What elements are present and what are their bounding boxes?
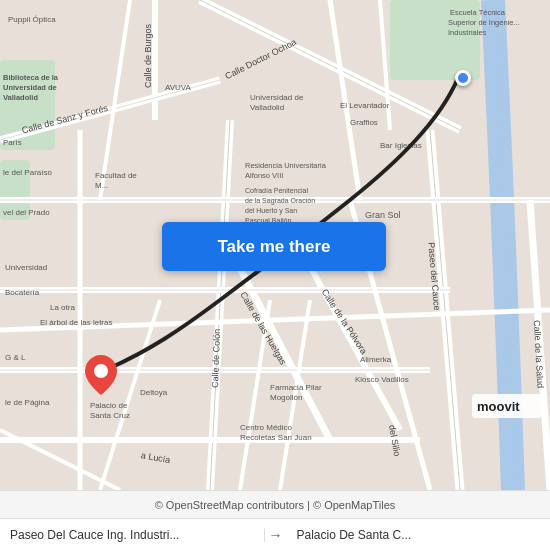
svg-text:Alimerka: Alimerka: [360, 355, 392, 364]
svg-text:Valladolid: Valladolid: [250, 103, 284, 112]
origin-location: Paseo Del Cauce Ing. Industri...: [0, 528, 265, 542]
svg-text:Facultad de: Facultad de: [95, 171, 137, 180]
svg-text:París: París: [3, 138, 22, 147]
svg-text:Universidad: Universidad: [5, 263, 47, 272]
svg-text:Cofradía Penitencial: Cofradía Penitencial: [245, 187, 308, 194]
svg-text:Universidad de: Universidad de: [3, 83, 57, 92]
svg-text:moovit: moovit: [477, 399, 520, 414]
origin-marker: [455, 70, 471, 86]
svg-text:Santa Cruz: Santa Cruz: [90, 411, 130, 420]
svg-text:Calle de Colón: Calle de Colón: [210, 329, 222, 388]
svg-text:Industriales: Industriales: [448, 28, 487, 37]
svg-text:Farmacia Pilar: Farmacia Pilar: [270, 383, 322, 392]
svg-text:Recoletas San Juan: Recoletas San Juan: [240, 433, 312, 442]
svg-text:Universidad de: Universidad de: [250, 93, 304, 102]
svg-text:Deltoya: Deltoya: [140, 388, 168, 397]
svg-point-84: [94, 364, 108, 378]
direction-arrow: →: [265, 527, 287, 543]
svg-text:Palacio de: Palacio de: [90, 401, 128, 410]
svg-text:Graffios: Graffios: [350, 118, 378, 127]
svg-text:Gran Sol: Gran Sol: [365, 210, 401, 220]
attribution-bar: © OpenStreetMap contributors | © OpenMap…: [0, 490, 550, 518]
svg-text:Escuela Técnica: Escuela Técnica: [450, 8, 506, 17]
bottom-bar: Paseo Del Cauce Ing. Industri... → Palac…: [0, 518, 550, 550]
origin-text: Paseo Del Cauce Ing. Industri...: [10, 528, 179, 542]
svg-text:le del Paraíso: le del Paraíso: [3, 168, 52, 177]
svg-text:Centro Médico: Centro Médico: [240, 423, 293, 432]
svg-text:La otra: La otra: [50, 303, 75, 312]
svg-text:del Huerto y San: del Huerto y San: [245, 207, 297, 215]
svg-text:Puppil Óptica: Puppil Óptica: [8, 15, 56, 24]
map-container: Calle Doctor Ochoa Calle de Burgos Calle…: [0, 0, 550, 490]
svg-text:Bocatería: Bocatería: [5, 288, 40, 297]
moovit-logo: moovit: [472, 394, 542, 422]
svg-text:Bar Iglesias: Bar Iglesias: [380, 141, 422, 150]
destination-marker: [85, 355, 117, 399]
svg-text:Calle de Burgos: Calle de Burgos: [143, 23, 153, 88]
svg-text:Biblioteca de la: Biblioteca de la: [3, 73, 59, 82]
svg-text:Superior de Ingenie...: Superior de Ingenie...: [448, 18, 520, 27]
svg-text:vel del Prado: vel del Prado: [3, 208, 50, 217]
svg-text:AVUVA: AVUVA: [165, 83, 192, 92]
svg-text:Mogollón: Mogollón: [270, 393, 302, 402]
svg-text:de la Sagrada Oración: de la Sagrada Oración: [245, 197, 315, 205]
svg-text:El Levantador: El Levantador: [340, 101, 390, 110]
svg-text:Valladolid: Valladolid: [3, 93, 38, 102]
svg-text:El árbol de las letras: El árbol de las letras: [40, 318, 112, 327]
take-me-there-button[interactable]: Take me there: [162, 222, 386, 271]
svg-text:le de Página: le de Página: [5, 398, 50, 407]
svg-text:Alfonso VIII: Alfonso VIII: [245, 171, 283, 180]
svg-text:Kiosco Vadillos: Kiosco Vadillos: [355, 375, 409, 384]
destination-text: Palacio De Santa C...: [297, 528, 412, 542]
destination-location: Palacio De Santa C...: [287, 528, 551, 542]
svg-text:G & L: G & L: [5, 353, 26, 362]
attribution-text: © OpenStreetMap contributors | © OpenMap…: [155, 499, 396, 511]
svg-text:M...: M...: [95, 181, 108, 190]
svg-text:Residencia Universitaria: Residencia Universitaria: [245, 161, 327, 170]
